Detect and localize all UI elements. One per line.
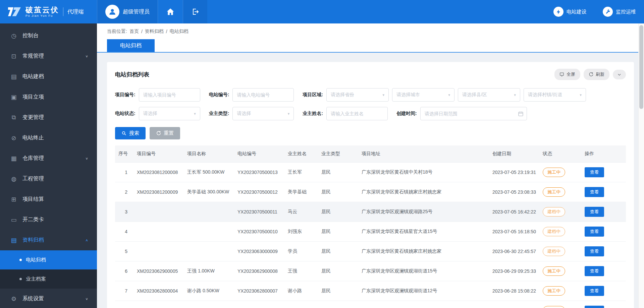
cell-project-name: HJ 1.00KW <box>184 301 234 308</box>
sidebar-item-change-management[interactable]: ⧉变更管理 <box>0 107 97 128</box>
reset-button[interactable]: 重置 <box>150 127 180 139</box>
cell-project-no: XM2023062900005 <box>133 261 184 281</box>
county-placeholder: 请选择县/区 <box>462 92 487 98</box>
sidebar-subitem-label: 业主档案 <box>26 276 46 282</box>
station-no-input[interactable] <box>232 88 294 102</box>
refresh-icon <box>589 72 593 77</box>
table-row: 3YX2023070500011马云居民广东深圳龙华区观澜镇观湖路25号2023… <box>115 202 626 222</box>
sidebar-item-project-approval[interactable]: ▣项目立项 <box>0 87 97 107</box>
column-header: 项目编号 <box>133 145 184 163</box>
cell-project-no: XM2023070500007 <box>133 301 184 308</box>
archive-icon: ▤ <box>10 237 17 244</box>
user-icon <box>108 7 117 16</box>
sidebar-item-station-filing[interactable]: ▤电站建档 <box>0 66 97 87</box>
sidebar-item-station-termination[interactable]: ⊘电站终止 <box>0 128 97 148</box>
view-button[interactable]: 查看 <box>585 266 604 276</box>
submenu: 电站归档业主档案 <box>0 250 97 289</box>
view-button[interactable]: 查看 <box>585 286 604 296</box>
sidebar-item-label: 项目立项 <box>22 94 44 101</box>
engineering-icon: ◍ <box>10 175 17 183</box>
view-button[interactable]: 查看 <box>585 167 604 177</box>
cell-station-no: YX2023062800007 <box>234 281 284 301</box>
view-button[interactable]: 查看 <box>585 207 604 217</box>
sidebar-item-project-settlement[interactable]: ⊞项目结算 <box>0 189 97 209</box>
sidebar-subitem-owner-files[interactable]: 业主档案 <box>0 269 97 289</box>
body: ◷控制台⊡常规管理∨▤电站建档▣项目立项⧉变更管理⊘电站终止▦仓库管理∨◍工程管… <box>0 23 644 308</box>
header-spacer <box>207 0 545 23</box>
sidebar-item-general-management[interactable]: ⊡常规管理∨ <box>0 46 97 66</box>
owner-type-select[interactable]: 请选择 ▾ <box>232 107 294 120</box>
user-menu[interactable]: 超级管理员 <box>97 0 158 23</box>
cell-created: 2023-06-30 22:45:57 <box>489 242 539 261</box>
logout-button[interactable] <box>183 0 207 23</box>
refresh-label: 刷新 <box>596 71 604 77</box>
owner-name-label: 业主姓名: <box>303 111 323 117</box>
home-icon <box>166 7 175 16</box>
scrollbar-thumb[interactable] <box>639 25 643 109</box>
station-build-label: 电站建设 <box>567 9 587 15</box>
city-select[interactable]: 请选择城市 ▾ <box>392 88 454 102</box>
home-button[interactable] <box>158 0 183 23</box>
column-header: 业主姓名 <box>284 145 318 163</box>
status-badge: 建档中 <box>543 227 565 236</box>
tab-station-archive[interactable]: 电站归档 <box>107 39 155 52</box>
monitor-icon: ⊡ <box>10 53 17 60</box>
county-select[interactable]: 请选择县/区 ▾ <box>458 88 520 102</box>
cell-owner-type: 居民 <box>318 163 358 182</box>
refresh-button[interactable]: 刷新 <box>584 69 609 80</box>
station-status-select[interactable]: 请选择 ▾ <box>139 107 200 120</box>
view-button[interactable]: 查看 <box>585 246 604 256</box>
cell-project-name <box>184 202 234 222</box>
sidebar-item-class2-card[interactable]: ▭开二类卡 <box>0 209 97 230</box>
view-button[interactable]: 查看 <box>585 227 604 237</box>
cell-owner: 谢小路 <box>284 281 318 301</box>
sidebar-item-system-settings[interactable]: ⚙系统设置∨ <box>0 289 97 308</box>
sidebar-subitem-station-archive[interactable]: 电站归档 <box>0 250 97 269</box>
cell-project-no <box>133 242 184 261</box>
cell-project-name <box>184 242 234 261</box>
sidebar-item-label: 控制台 <box>22 32 39 39</box>
filter-row-1: 项目编号: 电站编号: 项目区域: 请选择省份 ▾ <box>115 88 626 102</box>
sidebar-subitem-label: 电站归档 <box>26 257 46 263</box>
cell-address: 广东深圳龙华区黄石镇姚家庄村姚忠家 <box>358 242 489 261</box>
sidebar-item-console[interactable]: ◷控制台 <box>0 25 97 46</box>
monitor-ops-link[interactable]: 监控运维 <box>595 0 644 23</box>
brand-name: 破茧云伏 <box>25 6 59 14</box>
province-select[interactable]: 请选择省份 ▾ <box>326 88 389 102</box>
owner-name-input[interactable] <box>326 107 388 120</box>
dashboard-icon: ◷ <box>10 32 17 40</box>
project-no-input[interactable] <box>139 88 200 102</box>
cell-created: 2023-06-28 15:08:22 <box>489 281 539 301</box>
view-button[interactable]: 查看 <box>585 306 604 308</box>
station-build-link[interactable]: 电站建设 <box>545 0 595 23</box>
table-row: 5YX2023063000009学员居民广东深圳龙华区黄石镇姚家庄村姚忠家202… <box>115 242 626 261</box>
table-row: 7XM2023062800004谢小路 0.50KWYX202306280000… <box>115 281 626 301</box>
sidebar-item-data-archive[interactable]: ▤资料归档∧ <box>0 230 97 250</box>
chevron-down-icon: ▾ <box>194 112 196 116</box>
status-badge: 建档中 <box>543 207 565 217</box>
sidebar-item-warehouse-management[interactable]: ▦仓库管理∨ <box>0 148 97 169</box>
station-status-placeholder: 请选择 <box>143 111 157 117</box>
app-window: 破茧云伏 Po Jian Yun Fu 代理端 超级管理员 <box>0 0 644 308</box>
town-select[interactable]: 请选择村镇/街道 ▾ <box>524 88 586 102</box>
breadcrumb-archive[interactable]: 资料归档 <box>145 28 164 35</box>
page-scrollbar[interactable] <box>638 23 644 308</box>
cell-owner: 王长军 <box>284 163 318 182</box>
card-icon: ▭ <box>10 216 17 224</box>
fullscreen-button[interactable]: 全屏 <box>554 69 580 80</box>
cell-owner-type: 居民 <box>318 261 358 281</box>
avatar <box>105 5 119 19</box>
fullscreen-icon <box>559 72 564 77</box>
cell-station-no: YX2023070500011 <box>234 202 284 222</box>
search-button[interactable]: 搜索 <box>115 127 146 139</box>
cell-created: 2023-07-05 23:08:33 <box>489 182 539 202</box>
cell-owner-type: 居民 <box>318 202 358 222</box>
sidebar-item-engineering-management[interactable]: ◍工程管理 <box>0 169 97 189</box>
cell-station-no: YX2023063000009 <box>234 242 284 261</box>
collapse-button[interactable] <box>613 70 626 79</box>
breadcrumb-home[interactable]: 首页 <box>129 28 139 35</box>
view-button[interactable]: 查看 <box>585 187 604 197</box>
cell-address: 广东深圳龙华区黄石镇姚家庄村姚忠家 <box>358 182 489 202</box>
date-range-input[interactable] <box>420 107 527 120</box>
filter-station-status: 电站状态: 请选择 ▾ <box>115 107 200 120</box>
